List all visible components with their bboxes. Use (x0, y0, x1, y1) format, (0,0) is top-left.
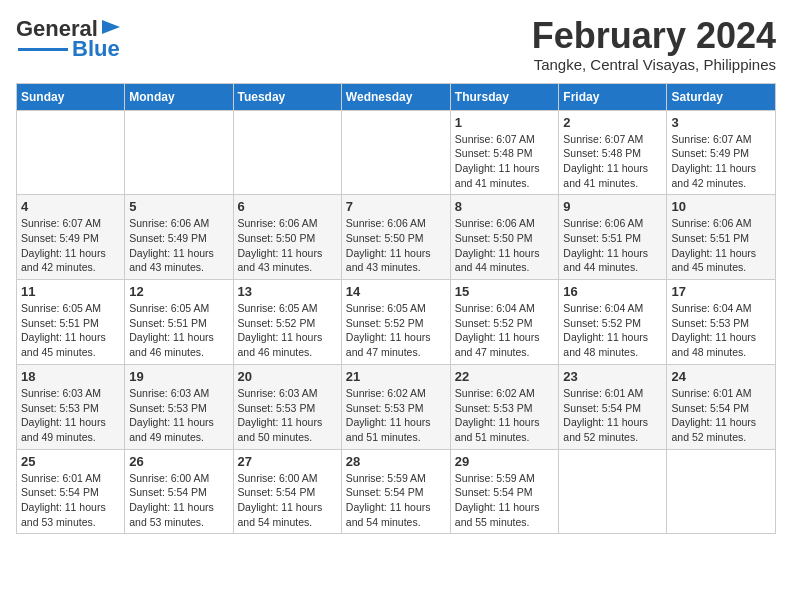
calendar-cell: 22Sunrise: 6:02 AM Sunset: 5:53 PM Dayli… (450, 364, 559, 449)
main-title: February 2024 (532, 16, 776, 56)
day-number: 2 (563, 115, 662, 130)
day-number: 29 (455, 454, 555, 469)
day-info: Sunrise: 6:06 AM Sunset: 5:51 PM Dayligh… (671, 216, 771, 275)
calendar-cell: 20Sunrise: 6:03 AM Sunset: 5:53 PM Dayli… (233, 364, 341, 449)
day-number: 28 (346, 454, 446, 469)
calendar-cell: 6Sunrise: 6:06 AM Sunset: 5:50 PM Daylig… (233, 195, 341, 280)
header-day-tuesday: Tuesday (233, 83, 341, 110)
calendar-cell: 1Sunrise: 6:07 AM Sunset: 5:48 PM Daylig… (450, 110, 559, 195)
calendar-cell: 14Sunrise: 6:05 AM Sunset: 5:52 PM Dayli… (341, 280, 450, 365)
day-info: Sunrise: 6:04 AM Sunset: 5:53 PM Dayligh… (671, 301, 771, 360)
day-number: 8 (455, 199, 555, 214)
day-info: Sunrise: 6:03 AM Sunset: 5:53 PM Dayligh… (21, 386, 120, 445)
day-info: Sunrise: 6:07 AM Sunset: 5:49 PM Dayligh… (671, 132, 771, 191)
week-row-1: 1Sunrise: 6:07 AM Sunset: 5:48 PM Daylig… (17, 110, 776, 195)
svg-marker-0 (102, 20, 120, 34)
day-info: Sunrise: 5:59 AM Sunset: 5:54 PM Dayligh… (455, 471, 555, 530)
day-info: Sunrise: 6:04 AM Sunset: 5:52 PM Dayligh… (455, 301, 555, 360)
day-number: 25 (21, 454, 120, 469)
logo-arrow-icon (100, 16, 122, 38)
day-info: Sunrise: 6:00 AM Sunset: 5:54 PM Dayligh… (238, 471, 337, 530)
day-number: 22 (455, 369, 555, 384)
day-info: Sunrise: 6:01 AM Sunset: 5:54 PM Dayligh… (21, 471, 120, 530)
logo: General Blue (16, 16, 122, 62)
day-number: 17 (671, 284, 771, 299)
calendar-cell (125, 110, 233, 195)
calendar-cell (17, 110, 125, 195)
header: General Blue February 2024 Tangke, Centr… (16, 16, 776, 73)
day-info: Sunrise: 6:06 AM Sunset: 5:50 PM Dayligh… (346, 216, 446, 275)
day-info: Sunrise: 6:07 AM Sunset: 5:49 PM Dayligh… (21, 216, 120, 275)
calendar-cell (341, 110, 450, 195)
calendar-cell (559, 449, 667, 534)
calendar-cell: 4Sunrise: 6:07 AM Sunset: 5:49 PM Daylig… (17, 195, 125, 280)
calendar-cell: 17Sunrise: 6:04 AM Sunset: 5:53 PM Dayli… (667, 280, 776, 365)
calendar-cell: 5Sunrise: 6:06 AM Sunset: 5:49 PM Daylig… (125, 195, 233, 280)
calendar-cell: 21Sunrise: 6:02 AM Sunset: 5:53 PM Dayli… (341, 364, 450, 449)
day-info: Sunrise: 6:01 AM Sunset: 5:54 PM Dayligh… (563, 386, 662, 445)
title-area: February 2024 Tangke, Central Visayas, P… (532, 16, 776, 73)
day-number: 3 (671, 115, 771, 130)
day-info: Sunrise: 6:05 AM Sunset: 5:51 PM Dayligh… (21, 301, 120, 360)
subtitle: Tangke, Central Visayas, Philippines (532, 56, 776, 73)
day-number: 5 (129, 199, 228, 214)
calendar-cell: 2Sunrise: 6:07 AM Sunset: 5:48 PM Daylig… (559, 110, 667, 195)
day-number: 20 (238, 369, 337, 384)
day-number: 11 (21, 284, 120, 299)
week-row-4: 18Sunrise: 6:03 AM Sunset: 5:53 PM Dayli… (17, 364, 776, 449)
calendar-cell: 23Sunrise: 6:01 AM Sunset: 5:54 PM Dayli… (559, 364, 667, 449)
day-number: 12 (129, 284, 228, 299)
week-row-3: 11Sunrise: 6:05 AM Sunset: 5:51 PM Dayli… (17, 280, 776, 365)
header-day-monday: Monday (125, 83, 233, 110)
calendar-cell: 27Sunrise: 6:00 AM Sunset: 5:54 PM Dayli… (233, 449, 341, 534)
day-number: 24 (671, 369, 771, 384)
header-day-friday: Friday (559, 83, 667, 110)
day-info: Sunrise: 5:59 AM Sunset: 5:54 PM Dayligh… (346, 471, 446, 530)
calendar-cell: 12Sunrise: 6:05 AM Sunset: 5:51 PM Dayli… (125, 280, 233, 365)
day-info: Sunrise: 6:02 AM Sunset: 5:53 PM Dayligh… (455, 386, 555, 445)
day-number: 19 (129, 369, 228, 384)
week-row-5: 25Sunrise: 6:01 AM Sunset: 5:54 PM Dayli… (17, 449, 776, 534)
logo-blue-text: Blue (72, 36, 120, 62)
day-info: Sunrise: 6:04 AM Sunset: 5:52 PM Dayligh… (563, 301, 662, 360)
day-number: 27 (238, 454, 337, 469)
calendar-cell: 19Sunrise: 6:03 AM Sunset: 5:53 PM Dayli… (125, 364, 233, 449)
calendar-cell: 11Sunrise: 6:05 AM Sunset: 5:51 PM Dayli… (17, 280, 125, 365)
calendar-cell (233, 110, 341, 195)
week-row-2: 4Sunrise: 6:07 AM Sunset: 5:49 PM Daylig… (17, 195, 776, 280)
calendar-cell: 24Sunrise: 6:01 AM Sunset: 5:54 PM Dayli… (667, 364, 776, 449)
day-number: 14 (346, 284, 446, 299)
header-day-wednesday: Wednesday (341, 83, 450, 110)
day-info: Sunrise: 6:03 AM Sunset: 5:53 PM Dayligh… (238, 386, 337, 445)
calendar-cell: 10Sunrise: 6:06 AM Sunset: 5:51 PM Dayli… (667, 195, 776, 280)
calendar-table: SundayMondayTuesdayWednesdayThursdayFrid… (16, 83, 776, 535)
day-number: 15 (455, 284, 555, 299)
header-day-thursday: Thursday (450, 83, 559, 110)
day-info: Sunrise: 6:02 AM Sunset: 5:53 PM Dayligh… (346, 386, 446, 445)
calendar-cell: 3Sunrise: 6:07 AM Sunset: 5:49 PM Daylig… (667, 110, 776, 195)
calendar-cell: 28Sunrise: 5:59 AM Sunset: 5:54 PM Dayli… (341, 449, 450, 534)
day-info: Sunrise: 6:01 AM Sunset: 5:54 PM Dayligh… (671, 386, 771, 445)
day-info: Sunrise: 6:07 AM Sunset: 5:48 PM Dayligh… (563, 132, 662, 191)
day-info: Sunrise: 6:00 AM Sunset: 5:54 PM Dayligh… (129, 471, 228, 530)
day-number: 1 (455, 115, 555, 130)
header-row: SundayMondayTuesdayWednesdayThursdayFrid… (17, 83, 776, 110)
day-info: Sunrise: 6:06 AM Sunset: 5:50 PM Dayligh… (238, 216, 337, 275)
day-info: Sunrise: 6:06 AM Sunset: 5:50 PM Dayligh… (455, 216, 555, 275)
day-number: 23 (563, 369, 662, 384)
calendar-body: 1Sunrise: 6:07 AM Sunset: 5:48 PM Daylig… (17, 110, 776, 534)
calendar-cell: 29Sunrise: 5:59 AM Sunset: 5:54 PM Dayli… (450, 449, 559, 534)
day-info: Sunrise: 6:06 AM Sunset: 5:51 PM Dayligh… (563, 216, 662, 275)
day-number: 9 (563, 199, 662, 214)
day-number: 10 (671, 199, 771, 214)
day-info: Sunrise: 6:05 AM Sunset: 5:51 PM Dayligh… (129, 301, 228, 360)
calendar-cell (667, 449, 776, 534)
day-number: 13 (238, 284, 337, 299)
day-info: Sunrise: 6:06 AM Sunset: 5:49 PM Dayligh… (129, 216, 228, 275)
day-number: 21 (346, 369, 446, 384)
calendar-cell: 13Sunrise: 6:05 AM Sunset: 5:52 PM Dayli… (233, 280, 341, 365)
calendar-cell: 18Sunrise: 6:03 AM Sunset: 5:53 PM Dayli… (17, 364, 125, 449)
calendar-header: SundayMondayTuesdayWednesdayThursdayFrid… (17, 83, 776, 110)
calendar-cell: 8Sunrise: 6:06 AM Sunset: 5:50 PM Daylig… (450, 195, 559, 280)
day-info: Sunrise: 6:05 AM Sunset: 5:52 PM Dayligh… (346, 301, 446, 360)
